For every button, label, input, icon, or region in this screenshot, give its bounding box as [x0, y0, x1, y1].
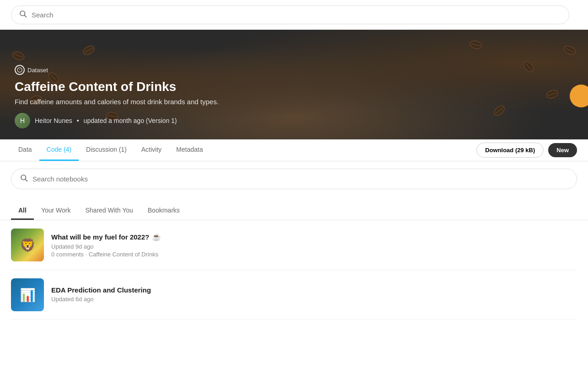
notebook-search-section: [0, 161, 588, 197]
filter-tab-bookmarks[interactable]: Bookmarks: [140, 202, 187, 220]
hero-subtitle: Find caffeine amounts and calories of mo…: [15, 98, 573, 106]
tab-discussion[interactable]: Discussion (1): [79, 139, 134, 161]
top-search-section: [0, 0, 588, 30]
notebook-updated-1: Updated 9d ago: [51, 243, 577, 250]
author-name: Heitor Nunes: [35, 117, 72, 124]
tab-activity[interactable]: Activity: [134, 139, 169, 161]
notebook-dataset-1: 0 comments · Caffeine Content of Drinks: [51, 251, 577, 258]
hero-author: H Heitor Nunes • updated a month ago (Ve…: [15, 113, 573, 128]
hero-title: Caffeine Content of Drinks: [15, 80, 573, 94]
svg-line-1: [24, 15, 26, 17]
hero-banner: Dataset Caffeine Content of Drinks Find …: [0, 30, 588, 139]
notebook-search-input[interactable]: [32, 175, 568, 183]
notebook-info-2: EDA Prediction and Clustering Updated 6d…: [51, 286, 577, 303]
notebook-updated-2: Updated 6d ago: [51, 296, 577, 303]
notebook-title-text-2: EDA Prediction and Clustering: [51, 286, 151, 294]
top-search-wrapper[interactable]: [11, 5, 569, 24]
notebook-list: 🦁 What will be my fuel for 2022? ☕ Updat…: [0, 220, 588, 320]
author-avatar: H: [15, 113, 30, 128]
tab-code[interactable]: Code (4): [39, 139, 79, 161]
filter-tab-your-work[interactable]: Your Work: [34, 202, 78, 220]
notebook-search-icon: [20, 174, 28, 184]
notebook-title-2: EDA Prediction and Clustering: [51, 286, 577, 294]
notebook-search-wrapper[interactable]: [11, 169, 577, 189]
badge-label: Dataset: [27, 67, 48, 74]
notebook-separator-1: ·: [85, 251, 88, 258]
notebook-dataset-name-1: Caffeine Content of Drinks: [89, 251, 158, 258]
notebook-thumbnail-1: 🦁: [11, 229, 44, 261]
search-icon: [19, 10, 27, 20]
download-button[interactable]: Download (29 kB): [476, 143, 544, 158]
notebook-thumbnail-2: 📊: [11, 278, 44, 311]
notebook-title-1: What will be my fuel for 2022? ☕: [51, 233, 577, 241]
hero-updated: updated a month ago (Version 1): [84, 117, 177, 124]
top-search-input[interactable]: [32, 11, 561, 19]
filter-tab-shared[interactable]: Shared With You: [78, 202, 140, 220]
notebook-info-1: What will be my fuel for 2022? ☕ Updated…: [51, 233, 577, 258]
hero-content: Dataset Caffeine Content of Drinks Find …: [15, 65, 573, 128]
tab-metadata[interactable]: Metadata: [169, 139, 210, 161]
author-separator: •: [77, 117, 79, 124]
notebook-title-text-1: What will be my fuel for 2022?: [51, 233, 149, 241]
notebook-item[interactable]: 🦁 What will be my fuel for 2022? ☕ Updat…: [11, 220, 577, 270]
notebook-comments-1: 0 comments: [51, 251, 84, 258]
tabs-left: Data Code (4) Discussion (1) Activity Me…: [11, 139, 476, 161]
tab-data[interactable]: Data: [11, 139, 39, 161]
notebook-item-2[interactable]: 📊 EDA Prediction and Clustering Updated …: [11, 270, 577, 320]
dataset-badge: Dataset: [15, 65, 48, 75]
filter-tab-all[interactable]: All: [11, 202, 34, 220]
notebook-emoji-1: ☕: [152, 233, 161, 241]
tabs-bar: Data Code (4) Discussion (1) Activity Me…: [0, 139, 588, 161]
filter-tabs: All Your Work Shared With You Bookmarks: [0, 197, 588, 220]
tabs-right: Download (29 kB) New: [476, 143, 577, 158]
new-button[interactable]: New: [548, 143, 577, 157]
svg-line-6: [25, 179, 27, 181]
dataset-badge-icon: [15, 65, 25, 75]
